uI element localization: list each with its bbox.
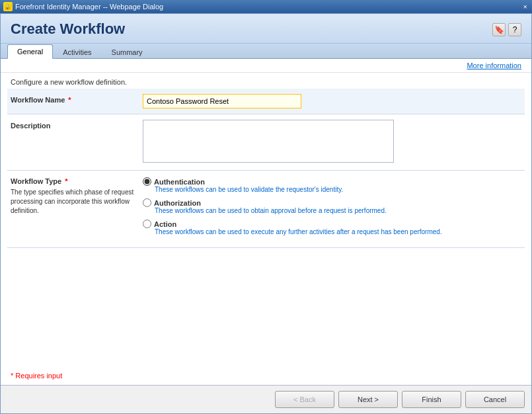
type-label-col: Workflow Type * The type specifies which… (11, 177, 143, 241)
tab-general[interactable]: General (7, 44, 53, 59)
content-spacer (1, 248, 531, 366)
radio-authentication[interactable] (143, 177, 151, 186)
dialog-container: Create Workflow 🔖 ? General Activities S… (0, 13, 532, 414)
dialog-header: Create Workflow 🔖 ? (1, 14, 531, 44)
title-bar-text: Forefront Identity Manager -- Webpage Di… (15, 3, 163, 11)
radio-action[interactable] (143, 220, 151, 228)
workflow-name-input[interactable] (143, 94, 301, 108)
workflow-name-control (143, 94, 521, 108)
cancel-button[interactable]: Cancel (465, 391, 525, 408)
radio-option-authentication: Authentication These workflows can be us… (143, 177, 521, 193)
more-info-bar: More information (1, 59, 531, 73)
back-button[interactable]: < Back (275, 391, 334, 408)
requires-input-text: * Requires input (1, 366, 531, 385)
app-icon: 🔐 (3, 2, 13, 11)
footer-bar: < Back Next > Finish Cancel (1, 385, 531, 413)
workflow-name-row: Workflow Name * (7, 89, 525, 114)
bookmark-icon[interactable]: 🔖 (492, 23, 506, 36)
title-bar: 🔐 Forefront Identity Manager -- Webpage … (0, 0, 532, 13)
authorization-desc: These workflows can be used to obtain ap… (155, 207, 521, 214)
tab-summary[interactable]: Summary (102, 45, 153, 59)
required-star-name: * (66, 96, 71, 104)
action-label[interactable]: Action (154, 220, 176, 228)
authentication-desc: These workflows can be used to validate … (155, 186, 521, 193)
help-icon[interactable]: ? (508, 23, 521, 36)
authorization-label[interactable]: Authorization (154, 199, 201, 207)
configure-text: Configure a new workflow definition. (1, 73, 531, 89)
tabs-row: General Activities Summary (1, 44, 531, 59)
form-section: Workflow Name * Description Workflow Typ… (1, 89, 531, 248)
finish-button[interactable]: Finish (402, 391, 461, 408)
next-button[interactable]: Next > (338, 391, 398, 408)
authentication-label[interactable]: Authentication (154, 178, 205, 186)
workflow-type-description: The type specifies which phase of reques… (11, 188, 143, 216)
radio-options: Authentication These workflows can be us… (143, 177, 521, 241)
dialog-title: Create Workflow (11, 21, 125, 38)
radio-authorization[interactable] (143, 198, 151, 207)
description-row: Description (7, 114, 525, 171)
title-bar-close-button[interactable]: × (522, 3, 529, 11)
more-information-link[interactable]: More information (467, 62, 521, 69)
workflow-name-label: Workflow Name * (11, 94, 143, 104)
description-textarea[interactable] (143, 120, 394, 163)
required-star-type: * (63, 177, 67, 185)
radio-option-authorization: Authorization These workflows can be use… (143, 198, 521, 214)
content-area: More information Configure a new workflo… (1, 59, 531, 385)
radio-option-action: Action These workflows can be used to ex… (143, 220, 521, 235)
tab-activities[interactable]: Activities (53, 45, 101, 59)
description-control (143, 120, 521, 165)
header-icons: 🔖 ? (492, 23, 521, 36)
workflow-type-section: Workflow Type * The type specifies which… (7, 171, 525, 248)
description-label: Description (11, 120, 143, 130)
action-desc: These workflows can be used to execute a… (155, 228, 521, 235)
workflow-type-label: Workflow Type * (11, 177, 143, 185)
